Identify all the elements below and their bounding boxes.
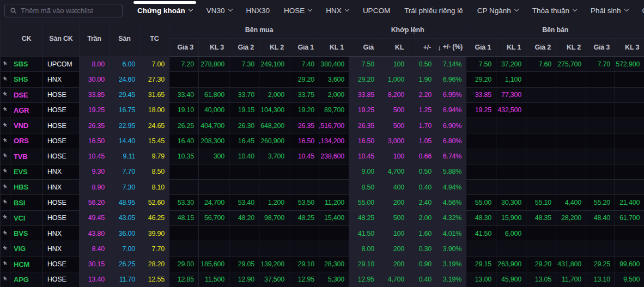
match-change-cell[interactable]: 2.40 xyxy=(409,195,436,210)
san-cell[interactable]: 48.95 xyxy=(110,195,140,210)
tab-hnx30[interactable]: HNX30 xyxy=(239,0,277,21)
match-change-cell[interactable]: 0.90 xyxy=(409,257,436,272)
buy-kl3-cell[interactable]: 40,000 xyxy=(199,102,229,118)
sell-kl3-cell[interactable]: 21,400 xyxy=(615,195,644,210)
match-gia-cell[interactable]: 29.20 xyxy=(349,72,379,87)
tc-cell[interactable]: 18.00 xyxy=(140,102,169,118)
sell-kl2-cell[interactable]: 275,700 xyxy=(556,57,586,72)
match-gia-cell[interactable]: 8.50 xyxy=(349,180,379,195)
match-change-pct-cell[interactable]: 6.96% xyxy=(436,72,466,87)
san-cell[interactable]: 24.60 xyxy=(110,72,140,87)
ticker-cell[interactable]: BSI xyxy=(10,195,43,210)
header-buy-kl3[interactable]: KL 3 xyxy=(199,39,229,57)
pin-cell[interactable] xyxy=(1,210,10,225)
match-change-cell[interactable]: 0.66 xyxy=(409,149,436,164)
match-gia-cell[interactable]: 29.10 xyxy=(349,257,379,272)
match-change-cell[interactable]: 1.05 xyxy=(409,133,436,149)
buy-gia2-cell[interactable]: 7.30 xyxy=(229,57,259,72)
match-kl-cell[interactable]: 8,200 xyxy=(379,87,409,102)
buy-gia1-cell[interactable]: 12.95 xyxy=(289,272,319,287)
match-change-pct-cell[interactable]: 6.74% xyxy=(436,149,466,164)
buy-kl3-cell[interactable]: 404,700 xyxy=(199,118,229,133)
match-gia-cell[interactable]: 41.50 xyxy=(349,225,379,241)
san-cell[interactable]: 9.11 xyxy=(110,149,140,164)
sell-kl2-cell[interactable]: 4,400 xyxy=(556,195,586,210)
buy-kl2-cell[interactable]: 139,200 xyxy=(259,257,289,272)
buy-kl2-cell[interactable]: 37,500 xyxy=(259,272,289,287)
tran-cell[interactable]: 33.85 xyxy=(80,87,110,102)
header-tc[interactable]: TC xyxy=(140,21,169,57)
sell-kl3-cell[interactable]: 61,700 xyxy=(615,210,644,225)
match-change-cell[interactable]: 2.20 xyxy=(409,87,436,102)
match-change-pct-cell[interactable]: 6.94% xyxy=(436,102,466,118)
tc-cell[interactable]: 15.45 xyxy=(140,133,169,149)
buy-kl2-cell[interactable]: 260,900 xyxy=(259,133,289,149)
tran-cell[interactable]: 8.90 xyxy=(80,180,110,195)
buy-kl2-cell[interactable]: 249,100 xyxy=(259,57,289,72)
buy-gia2-cell[interactable]: 33.70 xyxy=(229,87,259,102)
ticker-cell[interactable]: TVB xyxy=(10,149,43,164)
match-gia-cell[interactable]: 16.50 xyxy=(349,133,379,149)
header-match-kl[interactable]: KL xyxy=(379,39,409,57)
match-kl-cell[interactable]: 100 xyxy=(379,225,409,241)
buy-gia3-cell[interactable]: 26.25 xyxy=(169,118,199,133)
sell-gia1-cell[interactable]: 55.00 xyxy=(466,195,496,210)
header-buy-gia3[interactable]: Giá 3 xyxy=(169,39,199,57)
buy-kl3-cell[interactable]: 185,600 xyxy=(199,257,229,272)
buy-gia3-cell[interactable]: 48.15 xyxy=(169,210,199,225)
tc-cell[interactable]: 9.79 xyxy=(140,149,169,164)
pin-cell[interactable] xyxy=(1,118,10,133)
buy-gia3-cell[interactable]: 33.40 xyxy=(169,87,199,102)
match-gia-cell[interactable]: 48.25 xyxy=(349,210,379,225)
sell-gia1-cell[interactable]: 29.15 xyxy=(466,257,496,272)
buy-gia3-cell[interactable]: 12.85 xyxy=(169,272,199,287)
buy-kl1-cell[interactable]: 238,600 xyxy=(319,149,349,164)
buy-gia1-cell[interactable]: 48.25 xyxy=(289,210,319,225)
header-match-change-pct[interactable]: ↓ +/- (%) xyxy=(436,39,466,57)
header-buy-kl2[interactable]: KL 2 xyxy=(259,39,289,57)
sell-gia3-cell[interactable]: 48.40 xyxy=(586,210,615,225)
header-sell-kl2[interactable]: KL 2 xyxy=(556,39,586,57)
match-change-cell[interactable]: 0.40 xyxy=(409,272,436,287)
header-sell-kl1[interactable]: KL 1 xyxy=(496,39,526,57)
sell-gia3-cell[interactable]: 13.10 xyxy=(586,272,615,287)
match-gia-cell[interactable]: 26.35 xyxy=(349,118,379,133)
buy-gia1-cell[interactable]: 29.20 xyxy=(289,72,319,87)
sell-kl1-cell[interactable]: 15,900 xyxy=(496,210,526,225)
match-change-cell[interactable]: 0.50 xyxy=(409,57,436,72)
sell-kl1-cell[interactable]: 37,200 xyxy=(496,57,526,72)
match-kl-cell[interactable]: 1,000 xyxy=(379,72,409,87)
tran-cell[interactable]: 26.35 xyxy=(80,118,110,133)
match-kl-cell[interactable]: 4,700 xyxy=(379,272,409,287)
tc-cell[interactable]: 8.10 xyxy=(140,180,169,195)
match-gia-cell[interactable]: 10.45 xyxy=(349,149,379,164)
tab-hose[interactable]: HOSE xyxy=(277,0,319,21)
header-san[interactable]: Sàn xyxy=(110,21,140,57)
tc-cell[interactable]: 28.20 xyxy=(140,257,169,272)
match-change-pct-cell[interactable]: 4.01% xyxy=(436,225,466,241)
tab-vn30[interactable]: VN30 xyxy=(199,0,239,21)
match-change-cell[interactable]: 1.60 xyxy=(409,225,436,241)
san-cell[interactable]: 26.25 xyxy=(110,257,140,272)
pin-cell[interactable] xyxy=(1,241,10,257)
sell-gia1-cell[interactable]: 19.25 xyxy=(466,102,496,118)
buy-kl1-cell[interactable]: 15,400 xyxy=(319,210,349,225)
ticker-cell[interactable]: AGR xyxy=(10,102,43,118)
san-cell[interactable]: 7.30 xyxy=(110,180,140,195)
ticker-cell[interactable]: VIG xyxy=(10,241,43,257)
match-change-pct-cell[interactable]: 4.94% xyxy=(436,180,466,195)
buy-gia1-cell[interactable]: 7.40 xyxy=(289,57,319,72)
match-change-cell[interactable]: 0.50 xyxy=(409,164,436,179)
match-gia-cell[interactable]: 7.50 xyxy=(349,57,379,72)
sell-gia3-cell[interactable]: 29.25 xyxy=(586,257,615,272)
buy-gia3-cell[interactable]: 29.00 xyxy=(169,257,199,272)
buy-kl2-cell[interactable]: 3,700 xyxy=(259,149,289,164)
pin-cell[interactable] xyxy=(1,257,10,272)
match-change-pct-cell[interactable]: 6.80% xyxy=(436,133,466,149)
buy-gia1-cell[interactable]: 10.45 xyxy=(289,149,319,164)
buy-gia2-cell[interactable]: 26.30 xyxy=(229,118,259,133)
buy-gia3-cell[interactable]: 7.20 xyxy=(169,57,199,72)
tran-cell[interactable]: 10.45 xyxy=(80,149,110,164)
ticker-cell[interactable]: APG xyxy=(10,272,43,287)
san-cell[interactable]: 6.00 xyxy=(110,57,140,72)
